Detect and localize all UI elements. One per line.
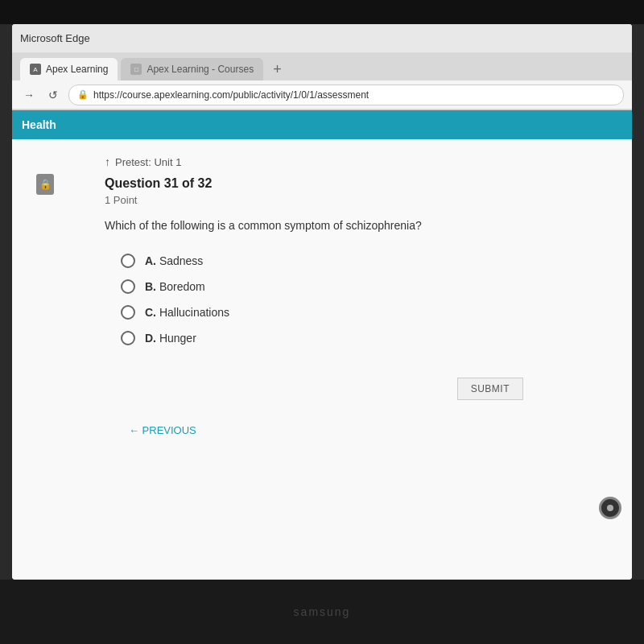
back-icon: → (23, 89, 35, 101)
tab-apex-learning[interactable]: A Apex Learning (20, 58, 118, 80)
breadcrumb: ↑ Pretest: Unit 1 (105, 155, 539, 168)
lock-badge: 🔒 (36, 174, 54, 195)
breadcrumb-icon: ↑ (105, 155, 110, 168)
tab-favicon-active: A (30, 64, 41, 75)
address-bar-row: → ↺ 🔒 https://course.apexlearning.com/pu… (12, 80, 632, 109)
option-c[interactable]: C. Hallucinations (121, 305, 539, 320)
top-bezel (0, 0, 644, 24)
browser-app-name: Microsoft Edge (20, 32, 90, 44)
option-a-label: A. Sadness (145, 254, 203, 267)
health-label: Health (22, 118, 56, 131)
right-bezel (632, 24, 644, 580)
health-toolbar: Health (12, 110, 632, 139)
left-bezel (0, 24, 12, 580)
radio-b[interactable] (121, 279, 135, 294)
option-d[interactable]: D. Hunger (121, 331, 539, 345)
refresh-button[interactable]: ↺ (44, 86, 62, 104)
monitor-frame: Microsoft Edge A Apex Learning □ Apex Le… (0, 0, 644, 644)
screen: Microsoft Edge A Apex Learning □ Apex Le… (12, 24, 632, 580)
tab-label-active: Apex Learning (46, 64, 108, 75)
radio-a[interactable] (121, 254, 135, 268)
address-bar[interactable]: 🔒 https://course.apexlearning.com/public… (68, 85, 624, 105)
main-content-layout: ↑ Pretest: Unit 1 Question 31 of 32 1 Po… (12, 139, 632, 580)
bottom-bar: samsung (0, 580, 644, 644)
content-area: ↑ Pretest: Unit 1 Question 31 of 32 1 Po… (12, 139, 632, 580)
radio-c[interactable] (121, 305, 135, 320)
option-b-label: B. Boredom (145, 280, 205, 293)
tab-label-inactive: Apex Learning - Courses (147, 64, 254, 75)
browser-chrome: Microsoft Edge A Apex Learning □ Apex Le… (12, 24, 632, 110)
tabs-bar: A Apex Learning □ Apex Learning - Course… (12, 53, 632, 80)
answer-options: A. Sadness B. Boredom C. (121, 254, 539, 345)
question-title: Question 31 of 32 (105, 176, 539, 191)
previous-row[interactable]: ← PREVIOUS (105, 416, 539, 444)
browser-titlebar: Microsoft Edge (12, 24, 632, 53)
option-d-label: D. Hunger (145, 332, 196, 345)
back-button[interactable]: → (20, 86, 38, 104)
lock-icon: 🔒 (77, 89, 89, 100)
question-text: Which of the following is a common sympt… (105, 217, 539, 234)
previous-label: ← PREVIOUS (129, 424, 196, 436)
radio-d[interactable] (121, 331, 135, 345)
monitor-power-button[interactable] (599, 497, 621, 519)
tab-favicon-inactive: □ (130, 64, 142, 75)
submit-row: SUBMIT (105, 369, 539, 408)
option-a[interactable]: A. Sadness (121, 254, 539, 268)
new-tab-button[interactable]: + (266, 58, 288, 80)
refresh-icon: ↺ (48, 89, 58, 101)
url-text: https://course.apexlearning.com/public/a… (93, 89, 369, 101)
brand-label: samsung (294, 605, 351, 618)
tab-apex-courses[interactable]: □ Apex Learning - Courses (121, 58, 263, 80)
submit-button[interactable]: SUBMIT (457, 378, 523, 400)
option-c-label: C. Hallucinations (145, 306, 229, 319)
breadcrumb-text: Pretest: Unit 1 (115, 156, 181, 168)
question-points: 1 Point (105, 194, 539, 206)
content-inner: ↑ Pretest: Unit 1 Question 31 of 32 1 Po… (80, 139, 564, 460)
option-b[interactable]: B. Boredom (121, 279, 539, 294)
